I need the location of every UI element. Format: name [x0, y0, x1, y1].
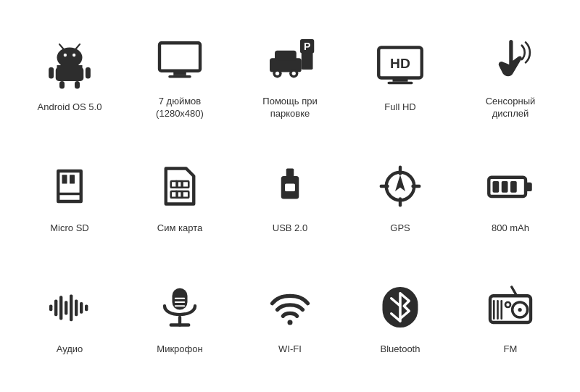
svg-rect-29 [58, 193, 81, 196]
svg-text:HD: HD [390, 57, 410, 72]
cell-touchscreen: Сенсорный дисплей [455, 15, 566, 136]
battery-icon [481, 157, 539, 215]
svg-point-71 [518, 308, 522, 312]
svg-rect-47 [493, 181, 500, 193]
svg-point-19 [292, 72, 296, 75]
bluetooth-icon [371, 278, 429, 336]
svg-rect-9 [75, 81, 80, 89]
cell-wifi: WI-FI [235, 257, 345, 378]
svg-rect-52 [59, 296, 62, 320]
svg-line-4 [76, 45, 80, 49]
svg-rect-26 [388, 82, 413, 85]
cell-fm: FM [455, 257, 566, 378]
svg-rect-10 [57, 65, 83, 69]
android-icon [41, 36, 99, 94]
battery-label: 800 mAh [492, 222, 529, 235]
microphone-icon [151, 278, 209, 336]
microsd-icon [41, 157, 99, 215]
svg-rect-13 [168, 75, 191, 78]
svg-point-2 [72, 54, 75, 57]
svg-point-64 [288, 320, 293, 325]
cell-parking: P Помощь при парковке [235, 15, 345, 136]
svg-rect-66 [490, 296, 531, 322]
screen-label: 7 дюймов (1280x480) [156, 96, 204, 120]
svg-line-3 [59, 45, 63, 49]
svg-rect-57 [85, 304, 88, 311]
cell-audio: Аудио [14, 257, 125, 378]
microphone-label: Микрофон [157, 343, 202, 356]
usb-icon [261, 157, 319, 215]
simcard-label: Сим карта [157, 222, 202, 235]
fullhd-icon: HD [371, 36, 429, 94]
cell-microsd: Micro SD [14, 135, 125, 257]
cell-microphone: Микрофон [125, 257, 235, 378]
svg-marker-44 [395, 175, 405, 191]
cell-simcard: Сим карта [125, 135, 235, 257]
svg-rect-48 [502, 181, 508, 193]
simcard-icon [151, 157, 209, 215]
feature-grid: Android OS 5.0 7 дюймов (1280x480) [7, 8, 573, 385]
touch-icon [481, 30, 539, 88]
svg-point-0 [57, 48, 83, 68]
svg-rect-5 [56, 67, 84, 81]
cell-android-os: Android OS 5.0 [14, 15, 125, 136]
cell-fullhd: HD Full HD [345, 15, 455, 136]
svg-rect-15 [275, 51, 297, 61]
microsd-label: Micro SD [50, 222, 88, 235]
svg-rect-12 [173, 71, 186, 75]
svg-rect-27 [62, 175, 67, 183]
svg-rect-38 [285, 184, 295, 192]
svg-text:P: P [304, 41, 310, 52]
parking-label: Помощь при парковке [262, 96, 317, 120]
svg-rect-11 [160, 43, 200, 71]
screen-icon [151, 30, 209, 88]
cell-bluetooth: Bluetooth [345, 257, 455, 378]
fm-icon [481, 278, 539, 336]
svg-rect-56 [80, 302, 83, 314]
cell-usb: USB 2.0 [235, 135, 345, 257]
wifi-icon [261, 278, 319, 336]
svg-point-1 [64, 54, 67, 57]
touchscreen-label: Сенсорный дисплей [486, 96, 536, 120]
svg-rect-34 [177, 181, 182, 188]
svg-rect-28 [70, 175, 75, 183]
cell-screen: 7 дюймов (1280x480) [125, 15, 235, 136]
usb-label: USB 2.0 [273, 222, 307, 235]
gps-icon [371, 157, 429, 215]
gps-label: GPS [390, 222, 410, 235]
svg-rect-31 [183, 181, 189, 188]
svg-rect-54 [70, 294, 72, 321]
wifi-label: WI-FI [278, 343, 302, 356]
svg-rect-33 [183, 191, 189, 198]
audio-label: Аудио [57, 343, 83, 356]
svg-rect-25 [393, 78, 408, 82]
parking-icon: P [261, 30, 319, 88]
svg-rect-53 [65, 301, 67, 314]
svg-rect-55 [75, 299, 78, 316]
svg-rect-37 [286, 169, 294, 178]
svg-rect-7 [86, 67, 91, 79]
android-os-label: Android OS 5.0 [38, 101, 102, 114]
svg-rect-49 [510, 181, 517, 193]
svg-point-17 [276, 72, 279, 75]
cell-battery: 800 mAh [455, 135, 566, 257]
svg-rect-46 [526, 183, 532, 191]
svg-rect-8 [59, 81, 65, 89]
svg-point-73 [505, 302, 510, 307]
cell-gps: GPS [345, 135, 455, 257]
fm-label: FM [504, 343, 518, 356]
svg-rect-50 [49, 304, 52, 311]
svg-rect-51 [54, 299, 57, 316]
svg-rect-6 [49, 67, 54, 79]
svg-rect-35 [177, 191, 182, 198]
fullhd-label: Full HD [384, 101, 415, 114]
bluetooth-label: Bluetooth [381, 343, 420, 356]
audio-icon [41, 278, 99, 336]
